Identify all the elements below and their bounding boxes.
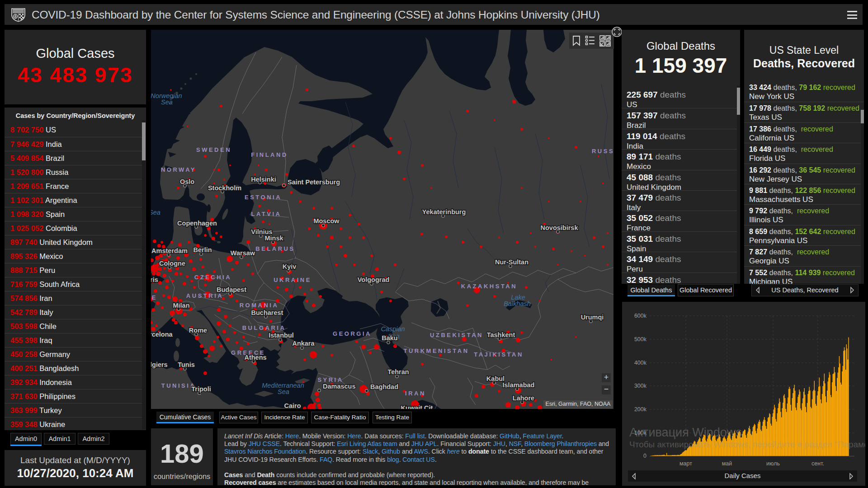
svg-text:rcelona: rcelona bbox=[151, 331, 173, 338]
svg-text:ris: ris bbox=[151, 276, 158, 283]
svg-text:300k: 300k bbox=[634, 383, 647, 389]
svg-text:UZBEKISTAN: UZBEKISTAN bbox=[430, 332, 483, 338]
svg-text:март: март bbox=[679, 460, 692, 467]
svg-text:CZECHIA: CZECHIA bbox=[194, 274, 231, 281]
svg-text:Ankara: Ankara bbox=[292, 340, 315, 347]
svg-text:TURKMENISTAN: TURKMENISTAN bbox=[403, 347, 469, 354]
svg-text:Baghdad: Baghdad bbox=[370, 383, 398, 390]
svg-text:Milan: Milan bbox=[173, 302, 189, 309]
svg-text:RUSSIA: RUSSIA bbox=[592, 148, 613, 155]
svg-text:Cairo: Cairo bbox=[284, 402, 301, 409]
svg-text:Warsaw: Warsaw bbox=[231, 249, 255, 257]
svg-text:Istanbul: Istanbul bbox=[269, 332, 294, 339]
svg-text:Berlin: Berlin bbox=[193, 246, 212, 253]
svg-text:Damascus: Damascus bbox=[323, 383, 356, 390]
svg-text:Lahore: Lahore bbox=[513, 394, 534, 402]
svg-text:BULGARIA: BULGARIA bbox=[242, 324, 286, 331]
svg-text:Активация Windows: Активация Windows bbox=[629, 426, 742, 439]
svg-text:Saint Petersburg: Saint Petersburg bbox=[288, 178, 340, 186]
svg-text:NORWAY: NORWAY bbox=[161, 166, 196, 173]
svg-text:Minsk: Minsk bbox=[264, 235, 283, 242]
svg-text:TUNISIA: TUNISIA bbox=[161, 382, 196, 389]
svg-text:Bucharest: Bucharest bbox=[251, 309, 283, 316]
svg-text:Oslo: Oslo bbox=[180, 178, 194, 185]
svg-text:Rome: Rome bbox=[189, 327, 207, 334]
svg-text:FINLAND: FINLAND bbox=[251, 151, 288, 158]
svg-text:SYRIA: SYRIA bbox=[317, 376, 343, 383]
svg-text:500k: 500k bbox=[634, 336, 647, 343]
svg-text:Tripoli: Tripoli bbox=[191, 385, 211, 393]
svg-text:Helsinki: Helsinki bbox=[251, 176, 276, 183]
svg-text:FRANCE: FRANCE bbox=[151, 294, 157, 301]
svg-text:Чтобы активировать Windows, пе: Чтобы активировать Windows, перейдите в … bbox=[629, 440, 865, 449]
svg-text:Budapest: Budapest bbox=[217, 286, 246, 293]
svg-text:200k: 200k bbox=[634, 406, 647, 413]
svg-text:Nur-Sultan: Nur-Sultan bbox=[495, 258, 528, 266]
svg-text:Yekaterinburg: Yekaterinburg bbox=[422, 208, 466, 216]
svg-text:Islamabad: Islamabad bbox=[503, 381, 535, 389]
svg-text:AUSTRIA: AUSTRIA bbox=[186, 292, 223, 299]
svg-text:UKRAINE: UKRAINE bbox=[274, 277, 311, 283]
svg-text:сент.: сент. bbox=[811, 460, 824, 467]
svg-text:Baku: Baku bbox=[382, 334, 397, 342]
svg-text:600k: 600k bbox=[634, 313, 647, 319]
svg-text:lgiers: lgiers bbox=[151, 361, 168, 368]
svg-text:Cologne: Cologne bbox=[159, 260, 185, 267]
svg-text:Kabul: Kabul bbox=[486, 375, 505, 382]
svg-text:Tashkent: Tashkent bbox=[487, 331, 515, 338]
svg-text:Amsterdam: Amsterdam bbox=[151, 247, 188, 254]
svg-text:0: 0 bbox=[643, 453, 646, 459]
svg-text:Balkhash: Balkhash bbox=[504, 300, 531, 307]
svg-text:Tehran: Tehran bbox=[387, 368, 409, 375]
svg-text:Sea: Sea bbox=[151, 209, 160, 216]
svg-text:Copenhagen: Copenhagen bbox=[177, 220, 217, 227]
svg-text:BELARUS: BELARUS bbox=[255, 245, 295, 252]
svg-text:Kyiv: Kyiv bbox=[283, 263, 297, 270]
svg-text:TAJIKISTAN: TAJIKISTAN bbox=[474, 351, 524, 358]
svg-text:Stockholm: Stockholm bbox=[208, 184, 241, 192]
svg-text:KAZAKHSTAN: KAZAKHSTAN bbox=[461, 283, 517, 290]
svg-text:Tunis: Tunis bbox=[178, 361, 195, 368]
svg-text:Moscow: Moscow bbox=[313, 217, 340, 225]
svg-text:Caspian: Caspian bbox=[381, 325, 405, 333]
svg-text:Novosibirsk: Novosibirsk bbox=[541, 224, 579, 231]
svg-text:Volgograd: Volgograd bbox=[358, 276, 390, 283]
svg-text:Urumqi: Urumqi bbox=[581, 314, 604, 321]
svg-text:Sea: Sea bbox=[161, 99, 173, 106]
svg-text:Athens: Athens bbox=[244, 354, 266, 361]
svg-text:SWEDEN: SWEDEN bbox=[196, 146, 231, 153]
svg-text:Kuwait Cit: Kuwait Cit bbox=[401, 404, 433, 409]
svg-text:LATVIA: LATVIA bbox=[251, 211, 282, 217]
svg-text:июль: июль bbox=[766, 460, 780, 467]
svg-text:Sea: Sea bbox=[278, 388, 289, 395]
svg-text:май: май bbox=[722, 460, 732, 467]
svg-text:GEORGIA: GEORGIA bbox=[333, 330, 372, 337]
svg-text:ESTONIA: ESTONIA bbox=[245, 194, 282, 201]
svg-text:400k: 400k bbox=[634, 360, 647, 366]
svg-text:ROMANIA: ROMANIA bbox=[240, 302, 279, 309]
svg-text:IRAN: IRAN bbox=[405, 390, 426, 397]
